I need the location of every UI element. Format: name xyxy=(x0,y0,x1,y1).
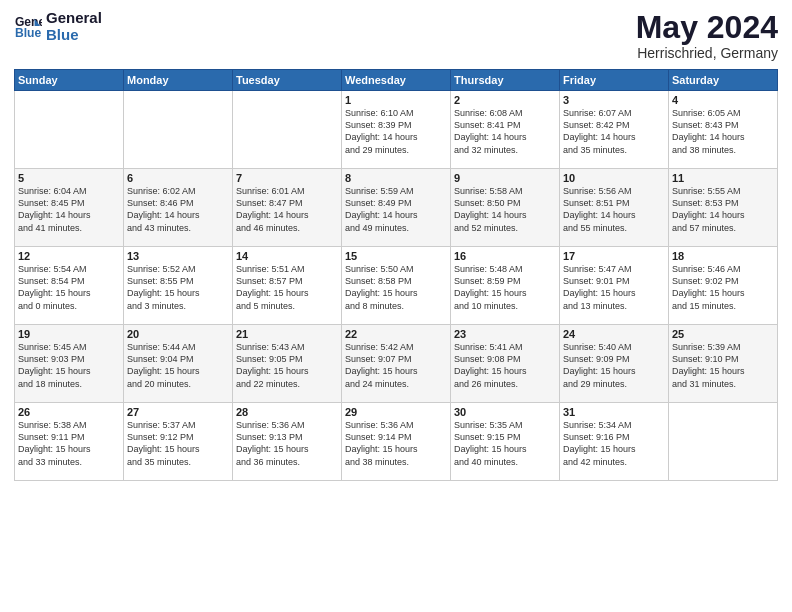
day-info: Sunrise: 6:08 AM Sunset: 8:41 PM Dayligh… xyxy=(454,107,556,156)
day-info: Sunrise: 5:42 AM Sunset: 9:07 PM Dayligh… xyxy=(345,341,447,390)
day-info: Sunrise: 5:37 AM Sunset: 9:12 PM Dayligh… xyxy=(127,419,229,468)
day-number: 3 xyxy=(563,94,665,106)
week-row-2: 12Sunrise: 5:54 AM Sunset: 8:54 PM Dayli… xyxy=(15,247,778,325)
calendar-cell: 7Sunrise: 6:01 AM Sunset: 8:47 PM Daylig… xyxy=(233,169,342,247)
day-info: Sunrise: 6:02 AM Sunset: 8:46 PM Dayligh… xyxy=(127,185,229,234)
weekday-header-wednesday: Wednesday xyxy=(342,70,451,91)
calendar-cell: 2Sunrise: 6:08 AM Sunset: 8:41 PM Daylig… xyxy=(451,91,560,169)
day-number: 12 xyxy=(18,250,120,262)
calendar-cell: 10Sunrise: 5:56 AM Sunset: 8:51 PM Dayli… xyxy=(560,169,669,247)
day-info: Sunrise: 6:05 AM Sunset: 8:43 PM Dayligh… xyxy=(672,107,774,156)
weekday-header-friday: Friday xyxy=(560,70,669,91)
calendar-cell: 30Sunrise: 5:35 AM Sunset: 9:15 PM Dayli… xyxy=(451,403,560,481)
logo-icon: General Blue xyxy=(14,13,42,41)
calendar-cell: 3Sunrise: 6:07 AM Sunset: 8:42 PM Daylig… xyxy=(560,91,669,169)
day-info: Sunrise: 6:01 AM Sunset: 8:47 PM Dayligh… xyxy=(236,185,338,234)
calendar-cell: 20Sunrise: 5:44 AM Sunset: 9:04 PM Dayli… xyxy=(124,325,233,403)
calendar-cell xyxy=(233,91,342,169)
calendar-page: General Blue General Blue May 2024 Herri… xyxy=(0,0,792,489)
calendar-cell: 8Sunrise: 5:59 AM Sunset: 8:49 PM Daylig… xyxy=(342,169,451,247)
day-info: Sunrise: 6:04 AM Sunset: 8:45 PM Dayligh… xyxy=(18,185,120,234)
calendar-cell: 27Sunrise: 5:37 AM Sunset: 9:12 PM Dayli… xyxy=(124,403,233,481)
header: General Blue General Blue May 2024 Herri… xyxy=(14,10,778,61)
day-number: 23 xyxy=(454,328,556,340)
day-number: 28 xyxy=(236,406,338,418)
day-info: Sunrise: 5:39 AM Sunset: 9:10 PM Dayligh… xyxy=(672,341,774,390)
day-info: Sunrise: 5:54 AM Sunset: 8:54 PM Dayligh… xyxy=(18,263,120,312)
weekday-header-tuesday: Tuesday xyxy=(233,70,342,91)
logo-blue: Blue xyxy=(46,27,102,44)
day-info: Sunrise: 5:47 AM Sunset: 9:01 PM Dayligh… xyxy=(563,263,665,312)
day-info: Sunrise: 5:43 AM Sunset: 9:05 PM Dayligh… xyxy=(236,341,338,390)
calendar-cell: 24Sunrise: 5:40 AM Sunset: 9:09 PM Dayli… xyxy=(560,325,669,403)
calendar-table: SundayMondayTuesdayWednesdayThursdayFrid… xyxy=(14,69,778,481)
calendar-cell: 15Sunrise: 5:50 AM Sunset: 8:58 PM Dayli… xyxy=(342,247,451,325)
day-number: 29 xyxy=(345,406,447,418)
day-info: Sunrise: 6:07 AM Sunset: 8:42 PM Dayligh… xyxy=(563,107,665,156)
logo-general: General xyxy=(46,10,102,27)
day-number: 18 xyxy=(672,250,774,262)
day-number: 22 xyxy=(345,328,447,340)
day-number: 11 xyxy=(672,172,774,184)
calendar-cell: 13Sunrise: 5:52 AM Sunset: 8:55 PM Dayli… xyxy=(124,247,233,325)
calendar-cell: 25Sunrise: 5:39 AM Sunset: 9:10 PM Dayli… xyxy=(669,325,778,403)
calendar-cell: 29Sunrise: 5:36 AM Sunset: 9:14 PM Dayli… xyxy=(342,403,451,481)
day-info: Sunrise: 5:40 AM Sunset: 9:09 PM Dayligh… xyxy=(563,341,665,390)
calendar-cell: 5Sunrise: 6:04 AM Sunset: 8:45 PM Daylig… xyxy=(15,169,124,247)
day-info: Sunrise: 6:10 AM Sunset: 8:39 PM Dayligh… xyxy=(345,107,447,156)
day-info: Sunrise: 5:46 AM Sunset: 9:02 PM Dayligh… xyxy=(672,263,774,312)
calendar-cell: 22Sunrise: 5:42 AM Sunset: 9:07 PM Dayli… xyxy=(342,325,451,403)
logo: General Blue General Blue xyxy=(14,10,102,43)
day-number: 26 xyxy=(18,406,120,418)
day-number: 14 xyxy=(236,250,338,262)
week-row-1: 5Sunrise: 6:04 AM Sunset: 8:45 PM Daylig… xyxy=(15,169,778,247)
day-info: Sunrise: 5:58 AM Sunset: 8:50 PM Dayligh… xyxy=(454,185,556,234)
day-info: Sunrise: 5:41 AM Sunset: 9:08 PM Dayligh… xyxy=(454,341,556,390)
weekday-header-monday: Monday xyxy=(124,70,233,91)
day-info: Sunrise: 5:52 AM Sunset: 8:55 PM Dayligh… xyxy=(127,263,229,312)
day-number: 10 xyxy=(563,172,665,184)
week-row-4: 26Sunrise: 5:38 AM Sunset: 9:11 PM Dayli… xyxy=(15,403,778,481)
month-title: May 2024 xyxy=(636,10,778,45)
day-number: 5 xyxy=(18,172,120,184)
calendar-cell: 26Sunrise: 5:38 AM Sunset: 9:11 PM Dayli… xyxy=(15,403,124,481)
day-number: 15 xyxy=(345,250,447,262)
calendar-cell: 16Sunrise: 5:48 AM Sunset: 8:59 PM Dayli… xyxy=(451,247,560,325)
day-info: Sunrise: 5:50 AM Sunset: 8:58 PM Dayligh… xyxy=(345,263,447,312)
calendar-cell: 1Sunrise: 6:10 AM Sunset: 8:39 PM Daylig… xyxy=(342,91,451,169)
weekday-header-saturday: Saturday xyxy=(669,70,778,91)
day-number: 20 xyxy=(127,328,229,340)
day-number: 21 xyxy=(236,328,338,340)
calendar-cell: 12Sunrise: 5:54 AM Sunset: 8:54 PM Dayli… xyxy=(15,247,124,325)
calendar-cell: 17Sunrise: 5:47 AM Sunset: 9:01 PM Dayli… xyxy=(560,247,669,325)
day-number: 1 xyxy=(345,94,447,106)
svg-text:Blue: Blue xyxy=(15,26,42,40)
day-number: 19 xyxy=(18,328,120,340)
day-info: Sunrise: 5:35 AM Sunset: 9:15 PM Dayligh… xyxy=(454,419,556,468)
day-number: 8 xyxy=(345,172,447,184)
day-info: Sunrise: 5:56 AM Sunset: 8:51 PM Dayligh… xyxy=(563,185,665,234)
week-row-0: 1Sunrise: 6:10 AM Sunset: 8:39 PM Daylig… xyxy=(15,91,778,169)
day-number: 27 xyxy=(127,406,229,418)
calendar-cell xyxy=(15,91,124,169)
day-info: Sunrise: 5:51 AM Sunset: 8:57 PM Dayligh… xyxy=(236,263,338,312)
calendar-cell: 14Sunrise: 5:51 AM Sunset: 8:57 PM Dayli… xyxy=(233,247,342,325)
calendar-cell: 9Sunrise: 5:58 AM Sunset: 8:50 PM Daylig… xyxy=(451,169,560,247)
calendar-cell: 4Sunrise: 6:05 AM Sunset: 8:43 PM Daylig… xyxy=(669,91,778,169)
day-number: 16 xyxy=(454,250,556,262)
day-number: 7 xyxy=(236,172,338,184)
day-info: Sunrise: 5:38 AM Sunset: 9:11 PM Dayligh… xyxy=(18,419,120,468)
weekday-header-thursday: Thursday xyxy=(451,70,560,91)
calendar-cell: 23Sunrise: 5:41 AM Sunset: 9:08 PM Dayli… xyxy=(451,325,560,403)
week-row-3: 19Sunrise: 5:45 AM Sunset: 9:03 PM Dayli… xyxy=(15,325,778,403)
weekday-header-sunday: Sunday xyxy=(15,70,124,91)
day-number: 4 xyxy=(672,94,774,106)
calendar-cell: 21Sunrise: 5:43 AM Sunset: 9:05 PM Dayli… xyxy=(233,325,342,403)
day-info: Sunrise: 5:45 AM Sunset: 9:03 PM Dayligh… xyxy=(18,341,120,390)
weekday-header-row: SundayMondayTuesdayWednesdayThursdayFrid… xyxy=(15,70,778,91)
calendar-cell xyxy=(669,403,778,481)
day-number: 25 xyxy=(672,328,774,340)
day-info: Sunrise: 5:36 AM Sunset: 9:13 PM Dayligh… xyxy=(236,419,338,468)
calendar-cell xyxy=(124,91,233,169)
location-subtitle: Herrischried, Germany xyxy=(636,45,778,61)
